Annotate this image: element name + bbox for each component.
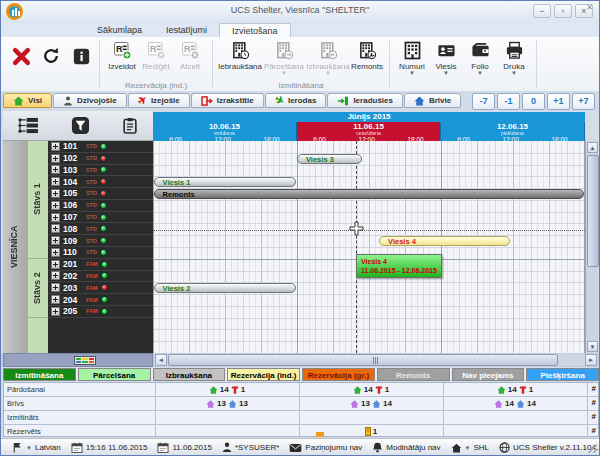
room-row-101[interactable]: 101STD	[48, 141, 153, 153]
room-row-109[interactable]: 109STD	[48, 235, 153, 247]
booking-chart[interactable]: Viesis 3Viesis 1RemontsViesis 4Viesis 2V…	[153, 141, 585, 353]
room-row-205[interactable]: 205FAM	[48, 306, 153, 318]
info-button[interactable]	[69, 43, 93, 69]
room-row-105[interactable]: 105STD	[48, 188, 153, 200]
legend-remonts[interactable]: Remonts	[377, 368, 450, 381]
room-row-201[interactable]: 201FAM	[48, 259, 153, 271]
person-icon	[63, 96, 73, 106]
filter-tab-visi[interactable]: Visi	[3, 93, 52, 108]
tree-view-icon[interactable]	[17, 117, 40, 134]
expand-icon[interactable]	[51, 260, 60, 269]
system-time[interactable]: 15:16 11.06.2015	[66, 442, 153, 453]
room-row-106[interactable]: 106STD	[48, 200, 153, 212]
remonts-button[interactable]: Remonts	[351, 39, 383, 75]
resize-grip[interactable]	[587, 443, 597, 453]
tab-iestatījumi[interactable]: Iestatījumi	[154, 23, 219, 37]
messages-status[interactable]: Paziņojumu nav	[284, 443, 367, 453]
filter-tab-brīvie[interactable]: Brīvie	[404, 93, 461, 108]
page-button-plus7[interactable]: +7	[572, 93, 595, 110]
legend-rezerv-cija-ind-[interactable]: Rezervācija (ind.)	[227, 368, 300, 381]
refresh-button[interactable]	[39, 43, 63, 69]
page-button-minus7[interactable]: -7	[472, 93, 495, 110]
room-row-203[interactable]: 203FAM	[48, 282, 153, 294]
folio-button[interactable]: Folio▼	[464, 39, 496, 75]
day-header[interactable]: 11.06.15ceturtdiena6:0012:0018:00	[297, 122, 441, 141]
horizontal-scroll-thumb[interactable]	[168, 354, 558, 366]
expand-icon[interactable]	[51, 271, 60, 280]
iebrauk-ana-button[interactable]: Iebraukšana	[219, 39, 261, 75]
tab-close-icon[interactable]: ✕	[586, 3, 593, 12]
booking-bar[interactable]: Viesis 3	[297, 154, 362, 164]
booking-bar[interactable]: Viesis 1	[154, 177, 296, 187]
tab-izvietošana[interactable]: Izvietošana	[219, 23, 291, 37]
druka-button[interactable]: Druka▼	[498, 39, 530, 75]
scroll-down-icon[interactable]: ▼	[587, 341, 598, 352]
legend-palette-icon[interactable]	[74, 356, 96, 365]
language-selector[interactable]: ▼Latvian	[7, 442, 66, 453]
alarms-status[interactable]: Modinātāju nav	[367, 442, 445, 453]
room-row-104[interactable]: 104STD	[48, 176, 153, 188]
room-row-108[interactable]: 108STD	[48, 223, 153, 235]
business-date[interactable]: 11.06.2015	[152, 442, 216, 453]
maximize-button[interactable]: ▫	[554, 4, 572, 18]
minimize-button[interactable]: −	[533, 4, 551, 18]
filter-button[interactable]	[71, 116, 90, 135]
expand-icon[interactable]	[51, 142, 60, 151]
floor-label[interactable]: Stāvs 1	[28, 141, 48, 259]
room-row-107[interactable]: 107STD	[48, 212, 153, 224]
room-row-202[interactable]: 202FAM	[48, 271, 153, 283]
cancel-button[interactable]	[9, 43, 33, 69]
viesis-button[interactable]: Viesis▼	[430, 39, 462, 75]
vertical-scrollbar[interactable]: ▲ ▼	[585, 141, 598, 353]
legend-izmitin-ana[interactable]: Izmitināšana	[3, 368, 76, 381]
room-row-103[interactable]: 103STD	[48, 165, 153, 177]
expand-icon[interactable]	[51, 283, 60, 292]
hotel-selector[interactable]: ▼SHL	[446, 443, 495, 453]
room-row-204[interactable]: 204FAM	[48, 294, 153, 306]
room-row-102[interactable]: 102STD	[48, 153, 153, 165]
legend-rezerv-cija-gr-[interactable]: Rezervācija (gr.)	[302, 368, 375, 381]
app-version[interactable]: UCS Shelter v.2.11.104.2130 LITE	[494, 442, 600, 453]
scroll-up-icon[interactable]: ▲	[587, 142, 598, 153]
filter-tab-ierodas[interactable]: ✈Ierodas	[265, 93, 327, 108]
booking-bar[interactable]: Viesis 2	[154, 283, 296, 293]
filter-tab-dzīvojošie[interactable]: Dzīvojošie	[53, 93, 127, 108]
scroll-left-icon[interactable]: ◄	[155, 354, 167, 366]
page-button-0[interactable]: 0	[522, 93, 545, 110]
legend-nav-pieejams[interactable]: Nav pieejams	[452, 368, 525, 381]
current-user[interactable]: *SYSUSER*	[217, 442, 284, 453]
expand-icon[interactable]	[51, 236, 60, 245]
expand-icon[interactable]	[51, 189, 60, 198]
room-row-110[interactable]: 110STD	[48, 247, 153, 259]
legend-izbrauk-ana[interactable]: Izbraukšana	[153, 368, 226, 381]
vertical-scroll-thumb[interactable]	[587, 155, 599, 267]
booking-bar[interactable]: Remonts	[154, 189, 584, 199]
filter-tab-izejošie[interactable]: ✈Izejošie	[128, 93, 190, 108]
izveidot-button[interactable]: RIzveidot	[106, 39, 138, 71]
day-header[interactable]: 10.06.15trešdiena6:0012:0018:00	[153, 122, 297, 141]
expand-icon[interactable]	[51, 213, 60, 222]
page-button-minus1[interactable]: -1	[497, 93, 520, 110]
report-button[interactable]	[121, 117, 139, 135]
horizontal-scrollbar[interactable]: ◄ ►	[154, 354, 598, 366]
expand-icon[interactable]	[51, 177, 60, 186]
expand-icon[interactable]	[51, 248, 60, 257]
expand-icon[interactable]	[51, 307, 60, 316]
expand-icon[interactable]	[51, 165, 60, 174]
floor-label[interactable]: Stāvs 2	[28, 259, 48, 318]
filter-tab-izrakstītie[interactable]: Izrakstītie	[191, 93, 264, 108]
legend-pie-ir-ana[interactable]: Piešķiršana	[526, 368, 599, 381]
expand-icon[interactable]	[51, 154, 60, 163]
legend-p-rcel-ana[interactable]: Pārcelšana	[78, 368, 151, 381]
day-header[interactable]: 12.06.15piektdiena6:0012:0018:00	[441, 122, 585, 141]
expand-icon[interactable]	[51, 295, 60, 304]
booking-bar[interactable]: Viesis 4	[379, 236, 510, 246]
hotel-group-strip[interactable]: VIESNĪCA	[3, 141, 29, 353]
filter-tab-ieradušies[interactable]: Ieradušies	[327, 93, 403, 108]
expand-icon[interactable]	[51, 224, 60, 233]
page-button-plus1[interactable]: +1	[547, 93, 570, 110]
scroll-right-icon[interactable]: ►	[585, 354, 597, 366]
tab-sākumlapa[interactable]: Sākumlapa	[85, 23, 154, 37]
expand-icon[interactable]	[51, 201, 60, 210]
numuri-button[interactable]: Numuri▼	[396, 39, 428, 75]
